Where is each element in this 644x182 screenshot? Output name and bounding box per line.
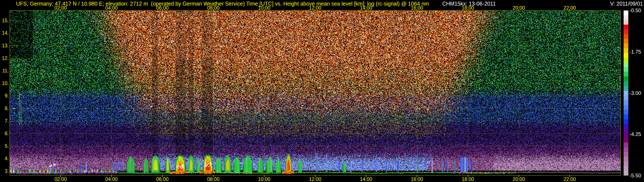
time-tick-mark [213, 9, 214, 11]
backscatter-heatmap [10, 10, 620, 176]
colorbar-segment [624, 157, 628, 162]
colorbar-segment [624, 81, 628, 86]
colorbar-segment [624, 171, 628, 176]
bottom-time-tick: 10:00 [258, 177, 270, 182]
time-tick-mark [111, 176, 112, 177]
time-tick-mark [111, 9, 112, 11]
height-tick: 15. [2, 17, 9, 23]
colorbar-segment [624, 43, 628, 48]
colorbar-segment [624, 34, 628, 39]
time-tick-mark [162, 9, 163, 11]
time-tick-mark [264, 9, 264, 11]
colorbar-segment [624, 143, 628, 147]
colorbar-segment [624, 95, 628, 100]
colorbar-segment [624, 124, 628, 128]
colorbar-segment [624, 114, 628, 119]
time-tick-mark [213, 176, 214, 177]
colorbar-segment [624, 152, 628, 157]
colorbar-segment [624, 105, 628, 110]
plot-title: Time [UTC] vs. Height above mean sea lev… [246, 1, 429, 7]
height-tick: 9. [5, 93, 9, 99]
time-tick-mark [570, 176, 570, 177]
time-tick-mark [315, 9, 315, 11]
time-tick-mark [519, 9, 519, 11]
height-tick: 12. [2, 55, 9, 61]
version-label: V: 2011/09/01 [610, 1, 643, 7]
colorbar-segment [624, 86, 628, 91]
colorbar-segment [624, 20, 628, 25]
colorbar-segment [624, 25, 628, 29]
time-tick-mark [366, 9, 366, 11]
colorbar-tick: -1.75 [630, 49, 641, 55]
height-tick: 14. [2, 30, 9, 36]
colorbar-segment [624, 29, 628, 34]
colorbar-segment [624, 39, 628, 43]
time-tick-mark [468, 176, 468, 177]
colorbar-segment [624, 138, 628, 143]
bottom-time-tick: 20:00 [512, 177, 525, 182]
colorbar-segment [624, 62, 628, 67]
time-tick-mark [60, 176, 61, 177]
colorbar-segment [624, 10, 628, 15]
bottom-time-tick: 12:00 [309, 177, 321, 182]
height-tick: 6. [5, 131, 9, 136]
colorbar-segment [624, 48, 628, 53]
height-tick: 8. [5, 105, 9, 111]
colorbar-segment [624, 147, 628, 152]
bottom-time-tick: 04:00 [106, 177, 118, 182]
time-tick-mark [417, 9, 417, 11]
plot-area [10, 10, 620, 176]
time-tick-mark [570, 9, 570, 11]
time-tick-mark [315, 176, 315, 177]
colorbar-segment [624, 133, 628, 138]
bottom-time-tick: 22:00 [564, 177, 576, 182]
height-tick: 10. [2, 80, 9, 86]
bottom-time-tick: 08:00 [207, 177, 220, 182]
colorbar-tick: -5.50 [630, 173, 641, 179]
colorbar-segment [624, 72, 628, 77]
time-tick-mark [519, 176, 519, 177]
time-tick-mark [417, 176, 417, 177]
height-tick: 3. [5, 168, 9, 174]
colorbar-tick: -0.50 [630, 7, 641, 13]
colorbar-segment [624, 119, 628, 124]
colorbar-segment [624, 53, 628, 58]
bottom-time-tick: 16:00 [411, 177, 423, 182]
colorbar-segment [624, 128, 628, 133]
colorbar-segment [624, 77, 628, 81]
height-tick: 5. [5, 143, 9, 149]
height-tick: 4. [5, 156, 9, 162]
height-tick: 7. [5, 118, 9, 124]
time-tick-mark [468, 9, 468, 11]
time-tick-mark [60, 9, 61, 11]
colorbar-tick: -4.25 [630, 131, 641, 137]
colorbar-tick: -3.00 [630, 90, 641, 96]
bottom-time-tick: 18:00 [462, 177, 474, 182]
colorbar-segment [624, 100, 628, 105]
colorbar-segment [624, 166, 628, 171]
colorbar-segment [624, 15, 628, 20]
height-tick: 13. [2, 43, 9, 49]
time-tick-mark [366, 176, 366, 177]
colorbar-segment [624, 162, 628, 166]
colorbar-segment [624, 91, 628, 95]
colorbar-segment [624, 110, 628, 114]
time-tick-mark [162, 176, 163, 177]
time-tick-mark [264, 176, 264, 177]
height-tick: 11. [2, 68, 9, 74]
bottom-time-tick: 14:00 [360, 177, 372, 182]
colorbar-segment [624, 58, 628, 62]
bottom-time-tick: 02:00 [54, 177, 67, 182]
colorbar [624, 10, 628, 176]
bottom-time-tick: 06:00 [156, 177, 169, 182]
colorbar-segment [624, 67, 628, 72]
